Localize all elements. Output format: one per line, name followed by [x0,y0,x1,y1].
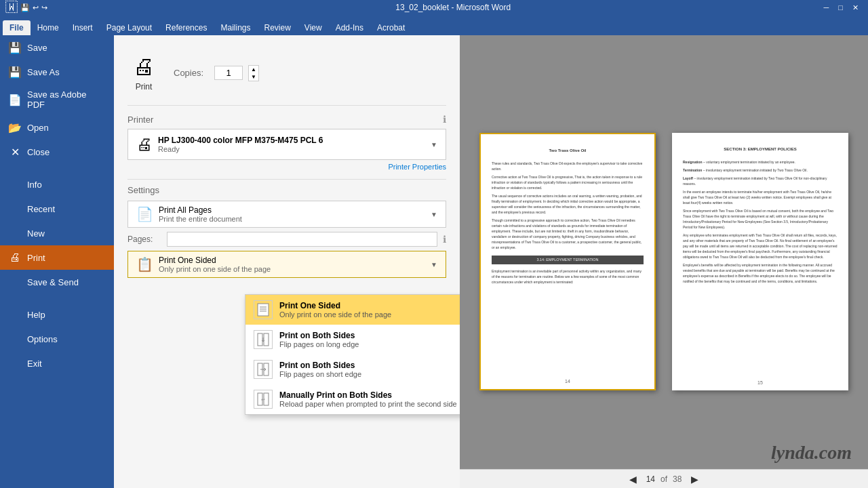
lynda-logo: lynda.com [771,442,852,464]
sidebar-item-help[interactable]: Help [0,302,114,327]
one-sided-title: Print One Sided [279,301,391,310]
printer-device-icon: 🖨 [136,135,153,154]
svg-rect-5 [264,333,269,346]
duplex-dropdown-menu: Print One Sided Only print on one side o… [245,294,460,415]
sidebar-item-recent[interactable]: Recent [0,197,114,221]
printer-name: HP LJ300-400 color MFP M375-M475 PCL 6 [158,136,323,145]
quick-access-save[interactable]: 💾 [20,3,30,12]
left-page-header: Two Trass Olive Oil [492,148,644,154]
both-sides-long-icon [254,330,273,349]
quick-access-redo[interactable]: ↪ [41,3,47,12]
pages-label: Pages: [127,235,161,244]
right-page-number: 15 [757,380,763,385]
both-sides-short-icon [254,360,273,379]
open-icon: 📂 [8,121,22,134]
sidebar: 💾 Save 💾 Save As 📄 Save as Adobe PDF 📂 O… [0,35,114,488]
duplex-option-both-long[interactable]: Print on Both Sides Flip pages on long e… [245,325,460,354]
pages-info-icon[interactable]: ℹ [443,234,446,245]
printer-selector[interactable]: 🖨 HP LJ300-400 color MFP M375-M475 PCL 6… [127,129,446,160]
both-sides-short-title: Print on Both Sides [279,361,361,370]
print-icon: 🖨 [8,251,22,264]
tab-insert[interactable]: Insert [66,20,100,35]
tab-addins[interactable]: Add-Ins [329,20,370,35]
save-icon: 💾 [8,41,22,54]
tab-review[interactable]: Review [257,20,297,35]
duplex-option-one-sided[interactable]: Print One Sided Only print on one side o… [245,295,460,325]
copies-label: Copies: [174,68,203,78]
copies-input[interactable] [214,66,243,80]
print-button-label: Print [136,82,153,92]
close-icon: ✕ [8,145,22,159]
save-as-icon: 💾 [8,65,22,79]
quick-access-undo[interactable]: ↩ [33,3,39,12]
page-navigation: ◀ 14 of 38 ▶ [460,469,868,488]
sidebar-item-new[interactable]: New [0,221,114,245]
left-page-content: These rules and standards, Two Trass Oli… [492,161,644,285]
options-icon [8,332,22,346]
duplex-main: Print One Sided [159,256,431,265]
right-page-content: Resignation – voluntary employment termi… [683,159,837,284]
tab-view[interactable]: View [298,20,329,35]
manual-both-icon: ↩ [254,390,273,409]
svg-text:↩: ↩ [261,397,265,402]
tab-mailings[interactable]: Mailings [214,20,257,35]
print-button-icon: 🖨 [133,54,155,79]
page-total-label: of [660,474,667,484]
copies-up-button[interactable]: ▲ [249,66,258,73]
sidebar-item-save[interactable]: 💾 Save [0,35,114,60]
sidebar-item-open[interactable]: 📂 Open [0,115,114,140]
save-send-icon [8,275,22,289]
sidebar-item-print[interactable]: 🖨 Print [0,245,114,270]
print-button[interactable]: 🖨 Print [127,49,160,97]
printer-section-label: Printer [127,115,153,125]
svg-rect-0 [258,304,269,316]
print-scope-icon: 📄 [136,206,153,222]
sidebar-item-save-adobe[interactable]: 📄 Save as Adobe PDF [0,84,114,115]
right-page-header: SECTION 3: EMPLOYMENT POLICIES [683,146,837,152]
tab-acrobat[interactable]: Acrobat [370,20,412,35]
manual-both-sub: Reload paper when prompted to print the … [279,400,457,408]
adobe-icon: 📄 [8,93,22,106]
manual-both-title: Manually Print on Both Sides [279,390,457,400]
settings-label: Settings [127,185,446,195]
pages-input[interactable] [167,232,437,247]
new-icon [8,226,22,240]
duplex-selector[interactable]: 📋 Print One Sided Only print on one side… [127,251,446,278]
printer-properties-link[interactable]: Printer Properties [127,163,446,171]
document-preview: Two Trass Olive Oil These rules and stan… [460,35,868,488]
printer-info-icon[interactable]: ℹ [443,114,446,125]
maximize-button[interactable]: □ [834,3,847,12]
title-bar: 🇼 💾 ↩ ↪ 13_02_booklet - Microsoft Word ─… [0,0,868,15]
prev-page-button[interactable]: ◀ [625,472,641,486]
tab-file[interactable]: File [3,20,31,35]
print-scope-arrow: ▼ [431,211,437,218]
help-icon [8,308,22,321]
sidebar-item-close[interactable]: ✕ Close [0,140,114,164]
printer-status: Ready [158,145,323,153]
sidebar-item-save-send[interactable]: Save & Send [0,270,114,294]
svg-rect-4 [258,333,262,346]
one-sided-sub: Only print on one side of the page [279,310,391,319]
ribbon-tabs: File Home Insert Page Layout References … [0,15,868,35]
duplex-dropdown-arrow: ▼ [431,261,437,268]
minimize-button[interactable]: ─ [820,3,833,12]
copies-down-button[interactable]: ▼ [249,73,258,81]
tab-page-layout[interactable]: Page Layout [100,20,159,35]
duplex-option-manual[interactable]: ↩ Manually Print on Both Sides Reload pa… [245,384,460,414]
tab-home[interactable]: Home [31,20,66,35]
close-button[interactable]: ✕ [848,3,863,12]
duplex-icon: 📋 [136,256,153,272]
tab-references[interactable]: References [159,20,214,35]
sidebar-item-info[interactable]: Info [0,172,114,197]
duplex-option-both-short[interactable]: Print on Both Sides Flip pages on short … [245,354,460,384]
section-header: 3.14: EMPLOYMENT TERMINATION [492,256,644,264]
print-scope-selector[interactable]: 📄 Print All Pages Print the entire docum… [127,201,446,228]
sidebar-item-options[interactable]: Options [0,327,114,351]
next-page-button[interactable]: ▶ [687,472,703,486]
duplex-sub: Only print on one side of the page [159,265,431,273]
sidebar-item-exit[interactable]: Exit [0,351,114,375]
one-sided-icon [254,300,273,319]
sidebar-item-save-as[interactable]: 💾 Save As [0,60,114,84]
both-sides-short-sub: Flip pages on short edge [279,370,361,378]
total-pages: 38 [673,474,682,484]
